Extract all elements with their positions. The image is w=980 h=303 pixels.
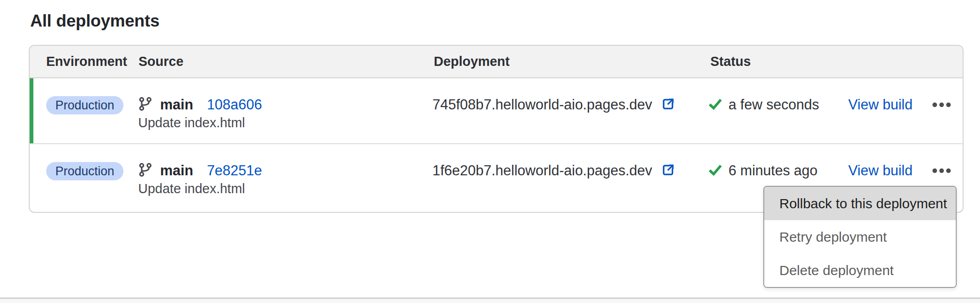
commit-message: Update index.html: [138, 181, 432, 196]
environment-badge: Production: [46, 162, 123, 180]
current-deployment-indicator: [30, 78, 33, 143]
external-link-icon[interactable]: [660, 97, 676, 114]
git-branch-icon: [138, 96, 153, 114]
check-icon: [708, 98, 722, 112]
column-header-source: Source: [138, 54, 434, 69]
source-cell: main 7e8251e Update index.html: [138, 144, 432, 210]
column-header-deployment: Deployment: [434, 54, 710, 69]
actions-cell: [932, 78, 963, 143]
view-build-link[interactable]: View build: [848, 162, 913, 179]
menu-item-retry[interactable]: Retry deployment: [764, 220, 956, 254]
status-cell: a few seconds: [708, 78, 848, 143]
context-menu: Rollback to this deployment Retry deploy…: [763, 186, 957, 288]
view-build-cell: View build: [848, 78, 932, 143]
deployment-cell: 745f08b7.helloworld-aio.pages.dev: [432, 78, 708, 143]
environment-cell: Production: [46, 144, 138, 210]
commit-message: Update index.html: [138, 115, 432, 130]
view-build-link[interactable]: View build: [848, 97, 913, 113]
menu-item-rollback[interactable]: Rollback to this deployment: [764, 187, 956, 220]
git-branch-icon: [138, 162, 153, 179]
commit-link[interactable]: 108a606: [207, 97, 262, 113]
status-time: 6 minutes ago: [729, 162, 818, 179]
deployment-url: 745f08b7.helloworld-aio.pages.dev: [432, 97, 652, 113]
table-header-row: Environment Source Deployment Status: [30, 46, 963, 78]
commit-link[interactable]: 7e8251e: [207, 162, 262, 179]
check-icon: [708, 164, 722, 178]
deployment-cell: 1f6e20b7.helloworld-aio.pages.dev: [432, 144, 708, 210]
ellipsis-icon[interactable]: [932, 161, 951, 181]
environment-badge: Production: [46, 96, 123, 114]
status-time: a few seconds: [729, 97, 819, 113]
deployment-url: 1f6e20b7.helloworld-aio.pages.dev: [432, 162, 652, 179]
branch-name: main: [160, 162, 193, 179]
branch-name: main: [160, 97, 193, 113]
page-title: All deployments: [30, 11, 160, 31]
external-link-icon[interactable]: [660, 162, 676, 179]
menu-item-delete[interactable]: Delete deployment: [764, 254, 956, 287]
bottom-section-edge: [0, 299, 980, 303]
deployments-page: All deployments Environment Source Deplo…: [0, 0, 980, 303]
column-header-status: Status: [710, 54, 851, 69]
environment-cell: Production: [46, 78, 138, 143]
source-cell: main 108a606 Update index.html: [138, 78, 432, 143]
ellipsis-icon[interactable]: [932, 95, 951, 115]
column-header-environment: Environment: [46, 54, 138, 69]
table-row: Production main 108a606 Update index.htm…: [30, 78, 963, 144]
